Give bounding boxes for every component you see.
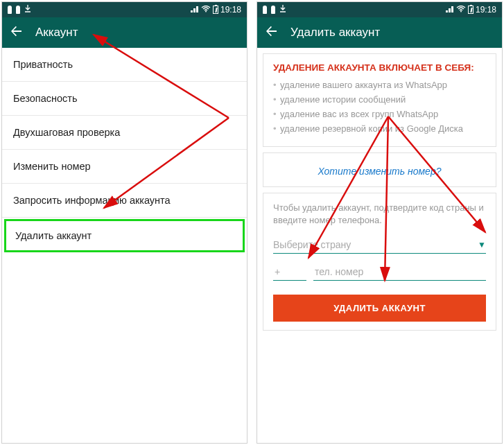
status-time: 19:18 — [476, 5, 496, 15]
download-icon — [24, 5, 31, 15]
download-icon — [279, 5, 286, 15]
delete-form-card: Чтобы удалить аккаунт, подтвердите код с… — [263, 193, 496, 331]
signal-icon — [191, 5, 199, 15]
list-item-request-info[interactable]: Запросить информацию аккаунта — [2, 184, 247, 218]
svg-point-0 — [205, 11, 207, 12]
phone-screen-right: 19:18 Удалить аккаунт УДАЛЕНИЕ АККАУНТА … — [257, 1, 503, 444]
phone-number-input[interactable]: тел. номер — [313, 263, 486, 281]
key-icon — [16, 6, 20, 14]
phone-screen-left: 19:18 Аккаунт Приватность Безопасность Д… — [1, 1, 247, 444]
back-icon[interactable] — [10, 25, 23, 41]
wifi-icon — [201, 5, 211, 15]
page-title: Аккаунт — [35, 26, 78, 40]
country-placeholder: Выберите страну — [273, 239, 351, 250]
back-icon[interactable] — [266, 25, 278, 41]
status-time: 19:18 — [220, 5, 241, 15]
list-item-two-step[interactable]: Двухшаговая проверка — [2, 116, 247, 150]
page-title: Удалить аккаунт — [290, 26, 380, 40]
bullet: удаление истории сообщений — [273, 94, 486, 105]
chevron-down-icon: ▼ — [478, 240, 486, 250]
app-bar: Аккаунт — [2, 17, 247, 48]
list-item-delete-account[interactable]: Удалить аккаунт — [4, 219, 245, 252]
list-item-privacy[interactable]: Приватность — [2, 48, 247, 82]
card-title: УДАЛЕНИЕ АККАУНТА ВКЛЮЧАЕТ В СЕБЯ: — [273, 62, 486, 73]
list-item-change-number[interactable]: Изменить номер — [2, 150, 247, 184]
battery-icon — [468, 6, 473, 14]
country-code-input[interactable]: + — [273, 263, 306, 281]
battery-icon — [213, 6, 218, 14]
change-number-card: Хотите изменить номер? — [263, 152, 496, 187]
status-bar: 19:18 — [2, 2, 247, 17]
delete-info-card: УДАЛЕНИЕ АККАУНТА ВКЛЮЧАЕТ В СЕБЯ: удале… — [263, 53, 496, 147]
wifi-icon — [456, 5, 466, 15]
list-item-security[interactable]: Безопасность — [2, 82, 247, 116]
key-icon — [8, 6, 12, 14]
settings-list: Приватность Безопасность Двухшаговая про… — [2, 48, 247, 252]
bullet: удаление вас из всех групп WhatsApp — [273, 109, 486, 119]
delete-account-button[interactable]: УДАЛИТЬ АККАУНТ — [273, 295, 486, 322]
bullet: удаление резервной копии из Google Диска — [273, 123, 486, 134]
status-bar: 19:18 — [257, 2, 502, 17]
country-select[interactable]: Выберите страну ▼ — [273, 236, 486, 254]
app-bar: Удалить аккаунт — [257, 17, 502, 48]
change-number-link[interactable]: Хотите изменить номер? — [273, 160, 486, 180]
svg-point-1 — [460, 11, 462, 12]
signal-icon — [446, 5, 454, 15]
key-icon — [271, 6, 275, 14]
bullet: удаление вашего аккаунта из WhatsApp — [273, 80, 486, 90]
confirm-text: Чтобы удалить аккаунт, подтвердите код с… — [273, 202, 486, 227]
key-icon — [263, 6, 267, 14]
